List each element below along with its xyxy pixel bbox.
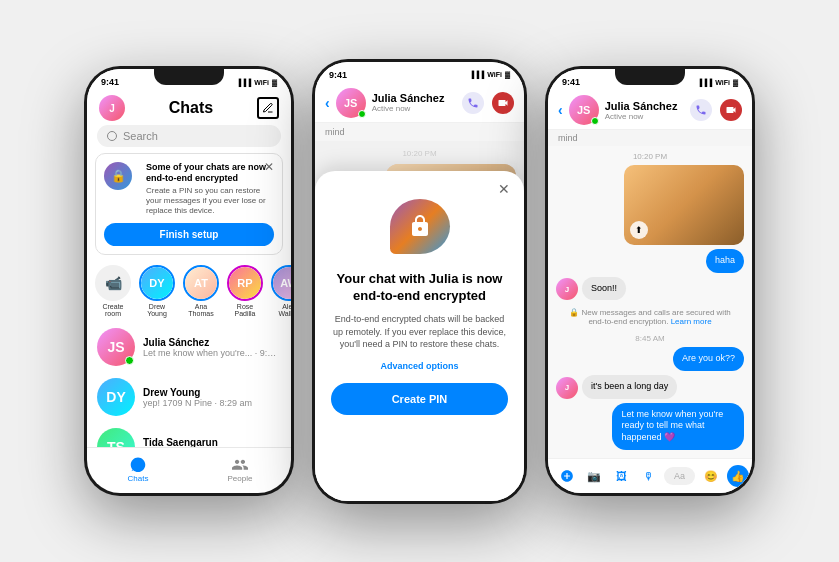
mic-button[interactable]: 🎙: [637, 465, 659, 487]
chat-preview-julia: Let me know when you're... · 9:41 am: [143, 348, 281, 358]
encryption-icon: 🔒: [104, 162, 132, 190]
recv-avatar-2: J: [556, 377, 578, 399]
contact-name-3: Julia Sánchez: [605, 100, 678, 112]
chats-title: Chats: [169, 99, 213, 117]
chat-item-drew[interactable]: DY Drew Young yep! 1709 N Pine · 8:29 am: [87, 372, 291, 422]
screen-1: 9:41 ▐▐▐ WiFi ▓ J Chats: [87, 69, 291, 493]
stories-row: 📹 Create room DY Drew Young AT Ana Thoma…: [87, 261, 291, 322]
chats-nav-icon: [128, 456, 148, 472]
add-button[interactable]: [556, 465, 578, 487]
learn-more-link[interactable]: Learn more: [671, 317, 712, 326]
msg-long: it's been a long day: [582, 375, 677, 399]
story-ana-label: Ana Thomas: [183, 303, 219, 318]
chat-name-tida: Tida Saengarun: [143, 437, 281, 447]
story-drew[interactable]: DY Drew Young: [139, 265, 175, 318]
nav-chats[interactable]: Chats: [87, 456, 189, 483]
msg-row-soon: J Soon!!: [556, 277, 744, 301]
time-1: 9:41: [101, 77, 119, 87]
chat-item-julia[interactable]: JS Julia Sánchez Let me know when you're…: [87, 322, 291, 372]
message-preview-2: mind: [315, 123, 524, 141]
wifi-icon-3: WiFi: [715, 79, 730, 86]
photo-button[interactable]: 🖼: [610, 465, 632, 487]
video-button-2[interactable]: [492, 92, 514, 114]
active-dot-2: [358, 110, 366, 118]
status-icons-1: ▐▐▐ WiFi ▓: [236, 79, 277, 86]
chat-body-3: 10:20 PM ⬆ haha J Soon!! 🔒 New messages …: [548, 146, 752, 458]
chats-header: J Chats: [87, 89, 291, 125]
chat-input-bar: 📷 🖼 🎙 Aa 😊 👍: [548, 458, 752, 493]
modal-icon: [385, 191, 455, 261]
chat-item-tida[interactable]: TS Tida Saengarun Reacted 🤩 to your mess…: [87, 422, 291, 447]
story-ana[interactable]: AT Ana Thomas: [183, 265, 219, 318]
battery-icon-3: ▓: [733, 79, 738, 86]
story-drew-label: Drew Young: [139, 303, 175, 318]
search-placeholder: Search: [123, 130, 158, 142]
create-room-item[interactable]: 📹 Create room: [95, 265, 131, 318]
call-button-3[interactable]: [690, 99, 712, 121]
screen-2: 9:41 ▐▐▐ WiFi ▓ ‹ JS Julia Sánchez: [315, 62, 524, 501]
story-alex[interactable]: AW Alex Walk...: [271, 265, 291, 318]
wifi-icon-2: WiFi: [487, 71, 502, 78]
contact-info-3: JS Julia Sánchez Active now: [569, 95, 684, 125]
emoji-button[interactable]: 😊: [700, 465, 722, 487]
user-avatar[interactable]: J: [99, 95, 125, 121]
close-banner-button[interactable]: ✕: [264, 160, 274, 174]
share-icon-3[interactable]: ⬆: [630, 221, 648, 239]
msg-haha: haha: [706, 249, 744, 273]
message-input[interactable]: Aa: [664, 467, 695, 485]
msg-soon: Soon!!: [582, 277, 626, 301]
active-dot-3: [591, 117, 599, 125]
screen-3: 9:41 ▐▐▐ WiFi ▓ ‹ JS Julia Sánchez: [548, 69, 752, 493]
encryption-modal: ✕ Your chat with Julia is now end-to-end…: [315, 171, 524, 500]
timestamp-3a: 10:20 PM: [556, 152, 744, 161]
chat-image-3: ⬆: [624, 165, 744, 245]
msg-row-haha: haha: [556, 249, 744, 273]
people-nav-icon: [230, 456, 250, 472]
chat-name-drew: Drew Young: [143, 387, 281, 398]
notch-3: [615, 69, 685, 85]
header-actions-3: [690, 99, 742, 121]
story-rose[interactable]: RP Rose Padilla: [227, 265, 263, 318]
signal-icon-2: ▐▐▐: [469, 71, 484, 78]
finish-setup-button[interactable]: Finish setup: [104, 223, 274, 246]
msg-row-ok: Are you ok??: [556, 347, 744, 371]
contact-status-2: Active now: [372, 104, 445, 113]
time-2: 9:41: [329, 70, 347, 80]
security-notice: 🔒 New messages and calls are secured wit…: [556, 304, 744, 330]
create-pin-button[interactable]: Create PIN: [331, 383, 508, 415]
chat-list: JS Julia Sánchez Let me know when you're…: [87, 322, 291, 447]
compose-icon[interactable]: [257, 97, 279, 119]
advanced-options-link[interactable]: Advanced options: [380, 361, 458, 371]
search-bar[interactable]: Search: [97, 125, 281, 147]
call-button-2[interactable]: [462, 92, 484, 114]
contact-name-2: Julia Sánchez: [372, 92, 445, 104]
back-button-2[interactable]: ‹: [325, 95, 330, 111]
story-alex-label: Alex Walk...: [271, 303, 291, 318]
battery-icon-2: ▓: [505, 71, 510, 78]
phone-1: 9:41 ▐▐▐ WiFi ▓ J Chats: [84, 66, 294, 496]
enc-title: Some of your chats are now end-to-end en…: [146, 162, 274, 184]
timestamp-3b: 8:45 AM: [556, 334, 744, 343]
phone-2: 9:41 ▐▐▐ WiFi ▓ ‹ JS Julia Sánchez: [312, 59, 527, 504]
search-icon: [107, 131, 117, 141]
bubble-shape: [390, 199, 450, 254]
chat-preview-drew: yep! 1709 N Pine · 8:29 am: [143, 398, 281, 408]
thumbs-up-button[interactable]: 👍: [727, 465, 749, 487]
msg-row-long: J it's been a long day: [556, 375, 744, 399]
encryption-banner: 🔒 ✕ Some of your chats are now end-to-en…: [95, 153, 283, 255]
back-button-3[interactable]: ‹: [558, 102, 563, 118]
enc-desc: Create a PIN so you can restore your mes…: [146, 186, 274, 217]
status-icons-2: ▐▐▐ WiFi ▓: [469, 71, 510, 78]
time-3: 9:41: [562, 77, 580, 87]
video-button-3[interactable]: [720, 99, 742, 121]
close-modal-button[interactable]: ✕: [498, 181, 510, 197]
story-rose-label: Rose Padilla: [227, 303, 263, 318]
nav-people[interactable]: People: [189, 456, 291, 483]
chat-name-julia: Julia Sánchez: [143, 337, 281, 348]
camera-button[interactable]: 📷: [583, 465, 605, 487]
modal-title: Your chat with Julia is now end-to-end e…: [331, 271, 508, 305]
msg-letme: Let me know when you're ready to tell me…: [612, 403, 744, 450]
status-bar-2: 9:41 ▐▐▐ WiFi ▓: [315, 62, 524, 82]
message-preview-3: mind: [548, 130, 752, 146]
msg-row-letme: Let me know when you're ready to tell me…: [556, 403, 744, 450]
